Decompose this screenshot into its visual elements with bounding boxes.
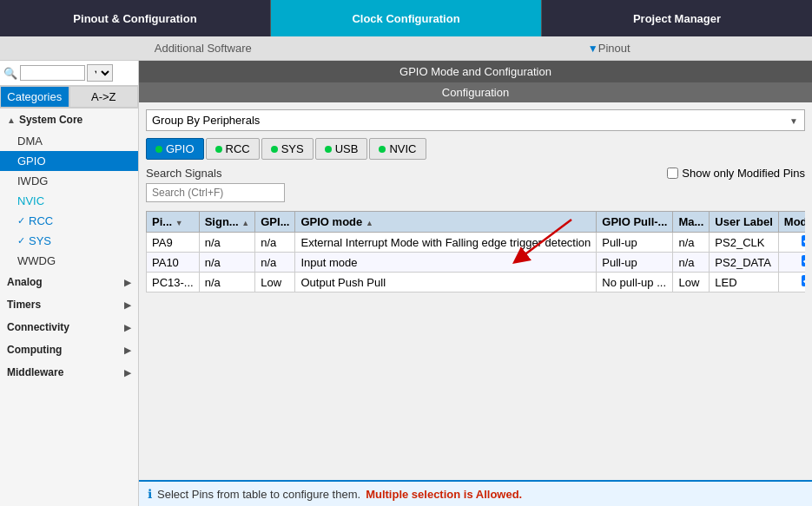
middleware-arrow: ▶ xyxy=(124,368,131,378)
show-modified-row: Show only Modified Pins xyxy=(667,167,805,180)
sub-nav: Additional Software Pinout xyxy=(0,36,812,61)
table-cell: n/a xyxy=(199,233,255,253)
connectivity-arrow: ▶ xyxy=(124,323,131,332)
ptab-rcc[interactable]: RCC xyxy=(206,138,260,160)
modified-checkbox[interactable] xyxy=(802,235,805,246)
table-cell: n/a xyxy=(199,253,255,273)
table-row[interactable]: PA9n/an/aExternal Interrupt Mode with Fa… xyxy=(147,233,806,253)
section-connectivity: Connectivity ▶ xyxy=(0,316,138,338)
th-pull[interactable]: GPIO Pull-... xyxy=(597,212,673,233)
table-cell: PA9 xyxy=(147,233,200,253)
table-cell: n/a xyxy=(673,253,710,273)
search-signals-label: Search Signals xyxy=(146,167,285,180)
section-system-core: ▲ System Core DMA GPIO IWDG NVIC xyxy=(0,108,138,271)
sidebar-search-input[interactable] xyxy=(20,65,85,81)
sidebar: 🔍 ▼ Categories A->Z ▲ System xyxy=(0,61,139,506)
modified-checkbox[interactable] xyxy=(802,275,805,286)
table-row[interactable]: PC13-...n/aLowOutput Push PullNo pull-up… xyxy=(147,273,806,292)
app-root: Pinout & Configuration Clock Configurati… xyxy=(0,0,812,506)
section-analog: Analog ▶ xyxy=(0,271,138,293)
ptab-sys[interactable]: SYS xyxy=(261,138,314,160)
table-cell: LED xyxy=(710,273,778,292)
tab-az[interactable]: A->Z xyxy=(69,86,139,108)
modified-cell[interactable] xyxy=(778,253,805,273)
section-computing: Computing ▶ xyxy=(0,338,138,361)
table-cell: PA10 xyxy=(147,253,200,273)
sys-dot xyxy=(271,146,278,153)
ptab-gpio[interactable]: GPIO xyxy=(146,138,204,160)
sort-icon-mode: ▲ xyxy=(366,219,373,227)
search-icon: 🔍 xyxy=(3,67,17,80)
section-analog-header[interactable]: Analog ▶ xyxy=(0,271,138,293)
show-modified-label: Show only Modified Pins xyxy=(682,167,805,180)
sidebar-item-gpio[interactable]: GPIO xyxy=(0,151,138,171)
computing-arrow: ▶ xyxy=(124,345,131,355)
table-cell: No pull-up ... xyxy=(597,273,673,292)
section-timers-header[interactable]: Timers ▶ xyxy=(0,293,138,316)
analog-arrow: ▶ xyxy=(124,278,131,287)
section-system-core-header[interactable]: ▲ System Core xyxy=(0,108,138,131)
th-pin[interactable]: Pi... ▼ xyxy=(147,212,200,233)
sub-nav-software[interactable]: Additional Software xyxy=(0,42,406,55)
tab-categories[interactable]: Categories xyxy=(0,86,69,108)
info-icon: ℹ xyxy=(148,487,152,501)
modified-checkbox[interactable] xyxy=(802,255,805,266)
table-cell: Pull-up xyxy=(597,233,673,253)
main-content-body: Group By PeripheralsGroup By Mode GPIO R… xyxy=(139,102,812,506)
sidebar-item-sys[interactable]: SYS xyxy=(0,231,138,251)
sidebar-item-rcc[interactable]: RCC xyxy=(0,211,138,231)
show-modified-checkbox[interactable] xyxy=(667,168,678,179)
sidebar-search-select[interactable]: ▼ xyxy=(87,64,113,82)
search-signals-area: Search Signals xyxy=(146,167,285,207)
sidebar-tabs: Categories A->Z xyxy=(0,86,138,108)
modified-cell[interactable] xyxy=(778,233,805,253)
status-bold: Multiple selection is Allowed. xyxy=(366,488,522,501)
table-cell: PS2_DATA xyxy=(710,253,778,273)
table-cell: Pull-up xyxy=(597,253,673,273)
table-container: Pi... ▼ Sign... ▲ GPI... GPIO mode ▲ GPI… xyxy=(146,211,805,292)
th-gpio[interactable]: GPI... xyxy=(255,212,295,233)
gpio-dot xyxy=(155,146,162,153)
main-title: GPIO Mode and Configuration xyxy=(139,61,812,82)
rcc-dot xyxy=(215,146,222,153)
th-modified[interactable]: Modified xyxy=(778,212,805,233)
section-middleware-header[interactable]: Middleware ▶ xyxy=(0,361,138,384)
table-cell: PS2_CLK xyxy=(710,233,778,253)
sub-nav-pinout[interactable]: Pinout xyxy=(406,42,813,55)
nvic-dot xyxy=(379,146,386,153)
table-row[interactable]: PA10n/an/aInput modePull-upn/aPS2_DATA xyxy=(147,253,806,273)
nav-project[interactable]: Project Manager xyxy=(541,0,812,36)
group-by-select[interactable]: Group By PeripheralsGroup By Mode xyxy=(146,109,805,131)
ptab-nvic[interactable]: NVIC xyxy=(369,138,426,160)
section-computing-header[interactable]: Computing ▶ xyxy=(0,338,138,361)
sidebar-item-iwdg[interactable]: IWDG xyxy=(0,171,138,191)
status-text: Select Pins from table to configure them… xyxy=(157,488,360,501)
group-select-row: Group By PeripheralsGroup By Mode xyxy=(146,109,805,131)
table-cell: Output Push Pull xyxy=(295,273,597,292)
ptab-usb[interactable]: USB xyxy=(315,138,368,160)
sidebar-sections: ▲ System Core DMA GPIO IWDG NVIC xyxy=(0,108,138,384)
sidebar-item-wwdg[interactable]: WWDG xyxy=(0,251,138,271)
nav-clock[interactable]: Clock Configuration xyxy=(271,0,541,36)
table-header-row: Pi... ▼ Sign... ▲ GPI... GPIO mode ▲ GPI… xyxy=(147,212,806,233)
section-connectivity-header[interactable]: Connectivity ▶ xyxy=(0,316,138,338)
th-label[interactable]: User Label xyxy=(710,212,778,233)
table-cell: External Interrupt Mode with Falling edg… xyxy=(295,233,597,253)
main-panel: GPIO Mode and Configuration Configuratio… xyxy=(139,61,812,506)
table-cell: Low xyxy=(673,273,710,292)
nav-pinout[interactable]: Pinout & Configuration xyxy=(0,0,271,36)
table-cell: n/a xyxy=(199,273,255,292)
sidebar-item-dma[interactable]: DMA xyxy=(0,131,138,151)
usb-dot xyxy=(325,146,332,153)
section-middleware: Middleware ▶ xyxy=(0,361,138,384)
th-max[interactable]: Ma... xyxy=(673,212,710,233)
search-signals-input[interactable] xyxy=(146,183,285,202)
content-area: 🔍 ▼ Categories A->Z ▲ System xyxy=(0,61,812,506)
gpio-content: Group By PeripheralsGroup By Mode GPIO R… xyxy=(139,102,812,480)
sidebar-item-nvic[interactable]: NVIC xyxy=(0,191,138,211)
modified-cell[interactable] xyxy=(778,273,805,292)
sidebar-search-row: 🔍 ▼ xyxy=(0,61,138,86)
sort-icon-pin: ▼ xyxy=(175,219,183,227)
th-mode[interactable]: GPIO mode ▲ xyxy=(295,212,597,233)
th-signal[interactable]: Sign... ▲ xyxy=(199,212,255,233)
